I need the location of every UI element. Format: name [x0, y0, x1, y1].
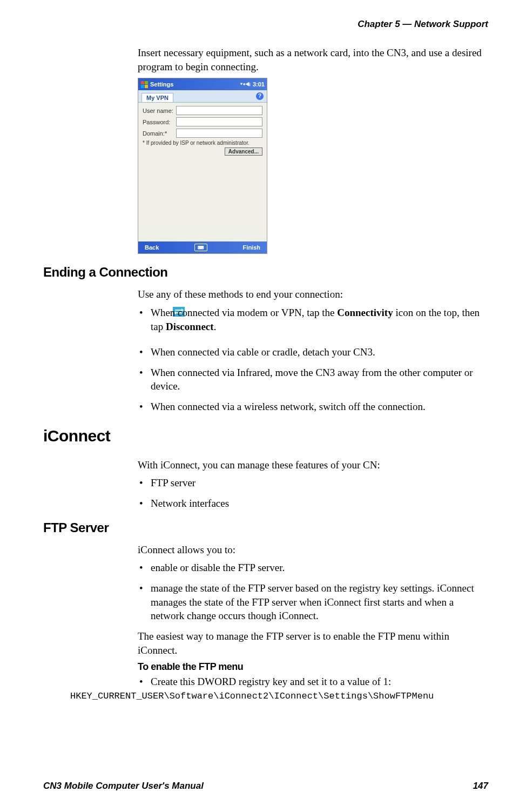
ftp-server-heading: FTP Server [43, 520, 488, 535]
screenshot-time: 3:01 [253, 81, 265, 88]
domain-input [176, 129, 262, 138]
ending-connection-heading: Ending a Connection [43, 265, 488, 280]
domain-label: Domain:* [143, 130, 176, 137]
iconnect-bullet-1: FTP server [138, 476, 488, 490]
vpn-settings-screenshot: Settings ▾ꔷ◀ᵢ 3:01 My VPN ? User name: P… [138, 78, 267, 254]
iconnect-heading: iConnect [43, 427, 488, 445]
finish-button: Finish [243, 244, 260, 251]
help-icon: ? [256, 92, 264, 100]
ftp-outro: The easiest way to manage the FTP server… [138, 629, 488, 657]
ftp-enable-subheading: To enable the FTP menu [138, 661, 488, 673]
iconnect-bullet-2: Network interfaces [138, 496, 488, 511]
iconnect-intro: With iConnect, you can manage these feat… [138, 458, 488, 472]
screenshot-tabbar: My VPN ? [138, 90, 267, 103]
ending-b1-pre: When connected via modem or VPN, tap the [151, 307, 337, 318]
screenshot-title: Settings [150, 81, 173, 88]
ending-b1-bold2: Disconnect [166, 321, 214, 332]
ending-intro: Use any of these methods to end your con… [138, 287, 488, 301]
ftp-bullet-1: enable or disable the FTP server. [138, 561, 488, 575]
windows-flag-icon [140, 80, 148, 88]
ending-bullet-2: When connected via cable or cradle, deta… [138, 345, 488, 359]
registry-key: HKEY_CURRENT_USER\Software\iConnect2\ICo… [70, 691, 488, 701]
back-button: Back [145, 244, 159, 251]
screenshot-tab: My VPN [141, 93, 173, 102]
ending-b1-post: . [214, 321, 217, 332]
page-header: Chapter 5 — Network Support [43, 19, 488, 30]
password-label: Password: [143, 119, 176, 125]
keyboard-icon: ⌨ [194, 244, 207, 251]
intro-paragraph: Insert necessary equipment, such as a ne… [138, 46, 488, 73]
username-input [176, 106, 262, 115]
footer-manual-name: CN3 Mobile Computer User's Manual [43, 781, 204, 791]
password-input [176, 117, 262, 126]
ending-bullet-3: When connected via Infrared, move the CN… [138, 366, 488, 393]
footer-page-number: 147 [473, 781, 488, 791]
ending-b1-bold1: Connectivity [337, 307, 393, 318]
signal-icon: ▾ꔷ◀ᵢ [240, 82, 251, 88]
ending-bullet-4: When connected via a wireless network, s… [138, 400, 488, 414]
screenshot-titlebar: Settings ▾ꔷ◀ᵢ 3:01 [138, 78, 267, 90]
username-label: User name: [143, 108, 176, 114]
ftp-sub-bullet: Create this DWORD registry key and set i… [138, 675, 488, 689]
ftp-intro: iConnect allows you to: [138, 543, 488, 557]
ending-bullet-1: When connected via modem or VPN, tap the… [138, 306, 488, 333]
screenshot-note: * If provided by ISP or network administ… [143, 140, 262, 146]
ftp-bullet-2: manage the state of the FTP server based… [138, 581, 488, 623]
advanced-button: Advanced... [225, 147, 262, 156]
